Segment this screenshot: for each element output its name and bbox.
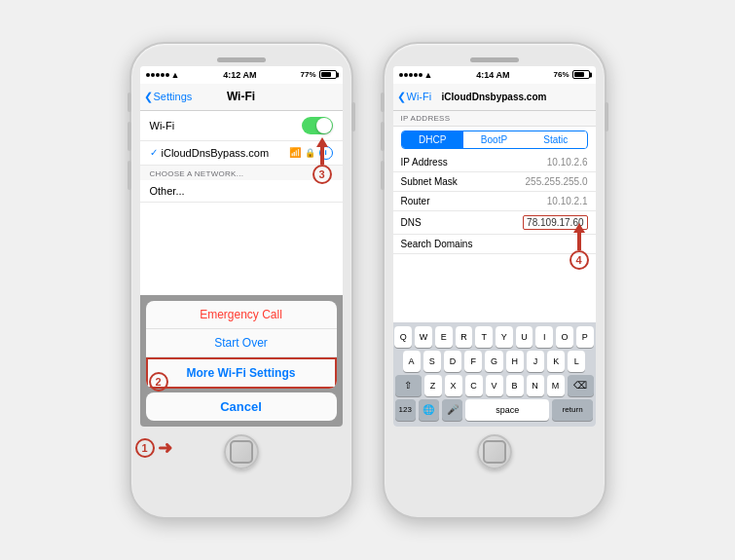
annotation-2: 2 (149, 372, 168, 392)
home-btn-area-2 (477, 434, 512, 469)
phone-2: ▲ 4:14 AM 76% ❮ Wi-Fi iCloudDnsbypass.co… (383, 42, 606, 519)
speaker (217, 57, 266, 62)
key-l[interactable]: L (568, 351, 585, 372)
key-s[interactable]: S (423, 351, 441, 372)
label-1: 1 (135, 438, 155, 458)
key-mic[interactable]: 🎤 (442, 399, 462, 421)
emergency-call-btn[interactable]: Emergency Call (146, 301, 337, 329)
phone1-nav: ❮ Settings Wi-Fi (140, 84, 343, 111)
home-btn-inner-1 (230, 440, 253, 464)
ip-label: IP Address (401, 157, 448, 168)
keyboard: Q W E R T Y U I O P A S D (393, 322, 596, 427)
action-group-main: Emergency Call Start Over More Wi-Fi Set… (146, 301, 337, 389)
router-value: 10.10.2.1 (547, 196, 588, 206)
home-btn-area-1 (224, 434, 259, 469)
router-label: Router (401, 196, 430, 206)
key-f[interactable]: F (464, 351, 482, 372)
wifi-label: Wi-Fi (150, 120, 175, 131)
wifi-signal-icon: ▲ (171, 70, 180, 80)
nav-title-1: Wi-Fi (227, 90, 255, 103)
key-123[interactable]: 123 (395, 399, 416, 421)
network-wifi-icon: 📶 (289, 147, 301, 158)
key-z[interactable]: Z (424, 375, 442, 396)
ip-value: 10.10.2.6 (547, 157, 588, 168)
time-1: 4:12 AM (223, 70, 256, 80)
label-3: 3 (312, 165, 332, 184)
subnet-row: Subnet Mask 255.255.255.0 (393, 172, 596, 192)
back-btn-2[interactable]: ❮ Wi-Fi (397, 91, 432, 103)
key-c[interactable]: C (465, 375, 483, 396)
arrow-right-icon: ➜ (158, 437, 172, 459)
kb-row-1: Q W E R T Y U I O P (395, 326, 594, 348)
key-a[interactable]: A (403, 351, 421, 372)
dhcp-segment[interactable]: DHCP (402, 131, 463, 148)
key-globe[interactable]: 🌐 (419, 399, 439, 421)
key-d[interactable]: D (444, 351, 461, 372)
router-row: Router 10.10.2.1 (393, 192, 596, 211)
cancel-btn[interactable]: Cancel (146, 392, 337, 421)
search-domains-label: Search Domains (401, 239, 473, 249)
network-name: iCloudDnsBypass.com (162, 147, 285, 159)
start-over-btn[interactable]: Start Over (146, 329, 337, 357)
battery-pct-1: 77% (300, 70, 315, 79)
key-e[interactable]: E (435, 326, 453, 348)
key-k[interactable]: K (547, 351, 565, 372)
arrow-up-icon-3 (316, 137, 328, 147)
key-o[interactable]: O (556, 326, 573, 348)
battery-pct-2: 76% (553, 70, 569, 79)
time-2: 4:14 AM (476, 70, 509, 80)
key-m[interactable]: M (547, 375, 565, 396)
key-x[interactable]: X (445, 375, 462, 396)
subnet-label: Subnet Mask (401, 176, 458, 187)
key-delete[interactable]: ⌫ (568, 375, 594, 396)
key-q[interactable]: Q (394, 326, 412, 348)
key-space[interactable]: space (465, 399, 548, 421)
key-w[interactable]: W (415, 326, 432, 348)
phone2-screen: ▲ 4:14 AM 76% ❮ Wi-Fi iCloudDnsbypass.co… (393, 66, 596, 427)
key-shift[interactable]: ⇧ (395, 375, 422, 396)
key-return[interactable]: return (552, 399, 594, 421)
key-h[interactable]: H (506, 351, 524, 372)
static-segment[interactable]: Static (525, 131, 586, 148)
kb-row-bottom: 123 🌐 🎤 space return (395, 399, 594, 421)
annotation-3: 3 (312, 137, 332, 184)
label-2: 2 (149, 372, 168, 392)
arrow-up-icon-4 (573, 223, 585, 233)
key-r[interactable]: R (456, 326, 473, 348)
key-n[interactable]: N (527, 375, 544, 396)
segment-control[interactable]: DHCP BootP Static (401, 131, 588, 149)
action-sheet: Emergency Call Start Over More Wi-Fi Set… (140, 295, 343, 427)
key-b[interactable]: B (506, 375, 524, 396)
more-wifi-btn[interactable]: More Wi-Fi Settings (146, 357, 337, 389)
subnet-value: 255.255.255.0 (526, 176, 588, 187)
arrow-shaft-4 (577, 233, 581, 250)
key-v[interactable]: V (486, 375, 503, 396)
kb-row-2: A S D F G H J K L (395, 351, 594, 372)
bootp-segment[interactable]: BootP (463, 131, 525, 148)
annotation-4: 4 (570, 223, 589, 270)
search-domains-row: Search Domains (393, 235, 596, 254)
kb-row-3: ⇧ Z X C V B N M ⌫ (395, 375, 594, 396)
checkmark-icon: ✓ (150, 147, 158, 158)
status-bar-1: ▲ 4:12 AM 77% (140, 66, 343, 84)
back-btn-1[interactable]: ❮ Settings (144, 91, 193, 103)
ip-section-header: IP ADDRESS (393, 111, 596, 127)
wifi-signal-icon-2: ▲ (424, 70, 433, 80)
dns-row[interactable]: DNS 78.109.17.60 (393, 211, 596, 235)
key-p[interactable]: P (576, 326, 594, 348)
key-g[interactable]: G (485, 351, 502, 372)
annotation-1: 1 ➜ (135, 437, 172, 459)
key-i[interactable]: I (535, 326, 553, 348)
home-btn-2[interactable] (477, 434, 512, 469)
home-btn-inner-2 (483, 440, 506, 464)
phone-1: ▲ 4:12 AM 77% ❮ Settings Wi-Fi (129, 42, 353, 519)
phone1-screen: ▲ 4:12 AM 77% ❮ Settings Wi-Fi (140, 66, 343, 427)
key-u[interactable]: U (516, 326, 533, 348)
wifi-toggle[interactable] (302, 117, 333, 134)
key-y[interactable]: Y (496, 326, 513, 348)
home-btn-1[interactable] (224, 434, 259, 469)
key-j[interactable]: J (527, 351, 544, 372)
key-t[interactable]: T (475, 326, 493, 348)
dns-label: DNS (401, 217, 422, 228)
phone2-nav: ❮ Wi-Fi iCloudDnsbypass.com (393, 84, 596, 111)
